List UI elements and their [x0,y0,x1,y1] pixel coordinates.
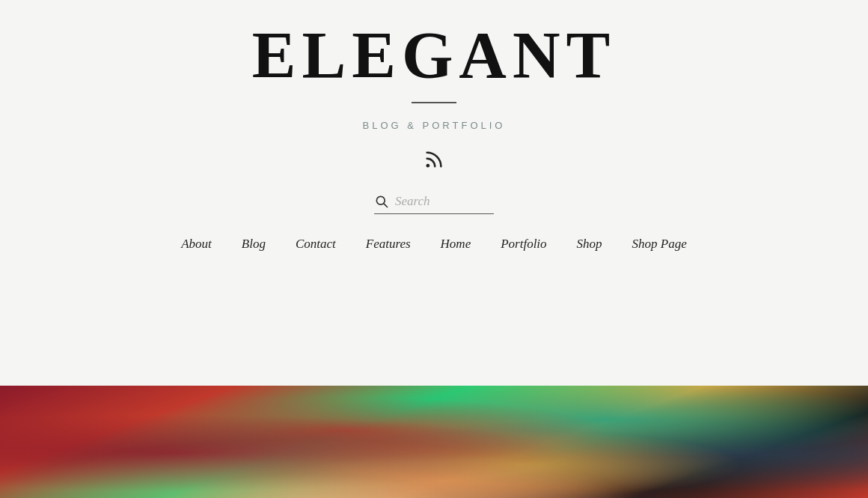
search-inner [374,194,494,214]
page-wrapper: ELEGANT BLOG & PORTFOLIO About Blog Cont… [0,0,868,498]
header-section: ELEGANT BLOG & PORTFOLIO [0,0,868,222]
svg-point-0 [427,163,430,167]
nav-item-home[interactable]: Home [441,237,471,252]
nav-item-about[interactable]: About [181,237,212,252]
search-container[interactable] [374,194,494,214]
site-subtitle: BLOG & PORTFOLIO [363,120,506,131]
hero-overlay [0,386,868,498]
nav-item-blog[interactable]: Blog [242,237,266,252]
nav-item-features[interactable]: Features [366,237,411,252]
nav-item-contact[interactable]: Contact [296,237,336,252]
svg-line-2 [384,203,388,207]
hero-image [0,386,868,498]
navigation-bar: About Blog Contact Features Home Portfol… [0,222,868,264]
site-title: ELEGANT [252,22,616,88]
rss-svg [424,149,444,170]
nav-item-shop-page[interactable]: Shop Page [632,237,687,252]
search-input[interactable] [395,194,485,209]
nav-item-shop[interactable]: Shop [577,237,602,252]
nav-item-portfolio[interactable]: Portfolio [501,237,546,252]
divider [412,102,456,103]
search-icon [374,194,389,209]
rss-icon[interactable] [424,149,444,173]
